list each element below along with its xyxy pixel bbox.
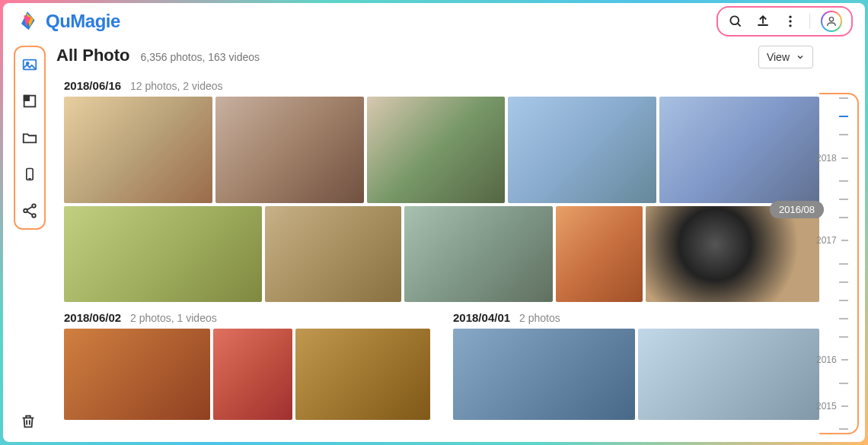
svg-rect-9 <box>24 96 29 100</box>
search-icon[interactable] <box>727 13 744 30</box>
section-col: 2018/04/01 2 photos <box>453 305 819 423</box>
separator <box>809 14 810 29</box>
sidebar-item-share[interactable] <box>20 201 40 221</box>
svg-point-3 <box>789 20 791 22</box>
view-button[interactable]: View <box>758 46 813 68</box>
sidebar <box>14 46 46 230</box>
more-icon[interactable] <box>782 13 799 30</box>
logo-icon <box>15 9 40 33</box>
app-window: QuMagie <box>3 3 865 442</box>
upload-icon[interactable] <box>755 13 771 30</box>
photo-thumbnail[interactable] <box>64 329 210 420</box>
header-actions <box>716 6 853 37</box>
section-header: 2018/06/16 12 photos, 2 videos <box>64 79 819 92</box>
photo-thumbnail[interactable] <box>508 97 656 203</box>
timeline-tick[interactable] <box>816 300 854 301</box>
app-header: QuMagie <box>3 3 865 40</box>
photo-thumbnail[interactable] <box>404 206 553 302</box>
timeline-year[interactable]: 2018 <box>816 153 854 164</box>
thumbnail-row <box>64 97 819 203</box>
timeline-inner: 2018 2017 2016 2015 <box>816 97 854 430</box>
thumbnail-row <box>64 329 430 420</box>
page-title: All Photo <box>56 46 130 65</box>
timeline-year[interactable]: 2016 <box>816 354 854 365</box>
section-count: 12 photos, 2 videos <box>130 80 222 92</box>
section-date: 2018/04/01 <box>453 311 510 324</box>
svg-line-16 <box>27 211 32 215</box>
svg-point-5 <box>829 17 833 21</box>
svg-line-15 <box>27 207 32 211</box>
timeline-tick[interactable] <box>816 97 854 99</box>
photo-thumbnail[interactable] <box>295 329 430 420</box>
photo-thumbnail[interactable] <box>646 206 819 302</box>
section-date: 2018/06/16 <box>64 79 121 92</box>
svg-point-4 <box>789 24 791 27</box>
svg-point-0 <box>730 16 739 24</box>
timeline-tick[interactable] <box>816 281 854 283</box>
header-icons-group <box>716 6 853 37</box>
svg-line-1 <box>738 24 741 27</box>
timeline-tick[interactable] <box>816 336 854 338</box>
section-count: 2 photos, 1 videos <box>130 312 217 324</box>
section-header: 2018/04/01 2 photos <box>453 311 819 324</box>
section-col: 2018/06/02 2 photos, 1 videos <box>64 305 430 423</box>
photo-thumbnail[interactable] <box>265 206 401 302</box>
timeline-tooltip-label: 2016/08 <box>779 204 815 215</box>
chevron-down-icon <box>796 52 805 62</box>
photo-thumbnail[interactable] <box>638 329 820 420</box>
profile-button[interactable] <box>821 11 842 32</box>
timeline-tick[interactable] <box>816 180 854 182</box>
section-header: 2018/06/02 2 photos, 1 videos <box>64 311 430 324</box>
sidebar-item-albums[interactable] <box>20 91 40 111</box>
timeline-tooltip: 2016/08 <box>770 201 824 218</box>
timeline-tick[interactable] <box>816 217 854 218</box>
timeline-year[interactable]: 2017 <box>816 235 854 246</box>
view-button-label: View <box>767 51 790 63</box>
page-subtitle: 6,356 photos, 163 videos <box>141 51 260 63</box>
thumbnail-row <box>453 329 819 420</box>
photo-thumbnail[interactable] <box>213 329 292 420</box>
timeline-tick[interactable] <box>816 428 854 430</box>
photo-thumbnail[interactable] <box>367 97 504 203</box>
split-sections: 2018/06/02 2 photos, 1 videos 2018/04/01… <box>64 305 819 423</box>
timeline-scrollbar[interactable]: 2018 2017 2016 2015 <box>819 93 859 434</box>
logo-text: QuMagie <box>46 11 120 32</box>
sidebar-item-device[interactable] <box>20 164 40 184</box>
photo-thumbnail[interactable] <box>64 206 262 302</box>
svg-point-2 <box>789 16 791 18</box>
timeline-tick[interactable] <box>816 199 854 200</box>
timeline-tick[interactable] <box>816 318 854 319</box>
photo-thumbnail[interactable] <box>453 329 635 420</box>
sidebar-item-photos[interactable] <box>20 55 40 75</box>
timeline-tick[interactable] <box>816 134 854 135</box>
photo-thumbnail[interactable] <box>215 97 364 203</box>
thumbnail-row <box>64 206 819 302</box>
main-content: All Photo 6,356 photos, 163 videos View … <box>56 46 819 442</box>
section-count: 2 photos <box>519 312 560 324</box>
timeline-tick[interactable] <box>816 116 854 117</box>
photo-thumbnail[interactable] <box>556 206 643 302</box>
timeline-tick[interactable] <box>816 263 854 265</box>
title-row: All Photo 6,356 photos, 163 videos View <box>56 46 819 68</box>
photo-thumbnail[interactable] <box>64 97 212 203</box>
sidebar-item-folder[interactable] <box>20 128 40 148</box>
section-date: 2018/06/02 <box>64 311 121 324</box>
trash-button[interactable] <box>18 412 38 431</box>
logo[interactable]: QuMagie <box>15 9 120 33</box>
photo-thumbnail[interactable] <box>659 97 819 203</box>
timeline-year[interactable]: 2015 <box>816 401 854 412</box>
profile-icon <box>822 12 841 30</box>
timeline-tick[interactable] <box>816 383 854 384</box>
